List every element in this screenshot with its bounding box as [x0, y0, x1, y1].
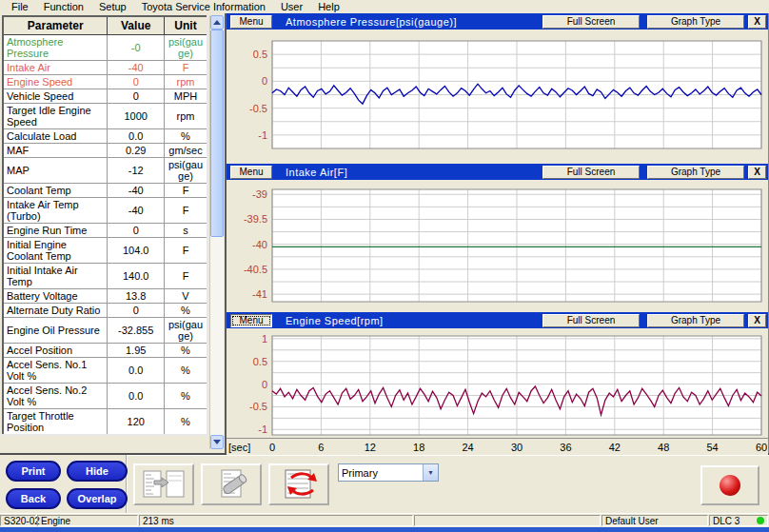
graph-type-button[interactable]: Graph Type — [647, 314, 744, 327]
graph-panel-atmosphere-pressure: Menu Atmosphere Pressure[psi(gauge)] Ful… — [227, 13, 768, 164]
status-bar: S320-02 Engine 213 ms Default User DLC 3 — [0, 513, 769, 527]
graph-type-button[interactable]: Graph Type — [647, 166, 744, 179]
parameter-value: 0.0 — [108, 128, 165, 143]
chevron-down-icon[interactable]: ▼ — [423, 464, 438, 481]
parameter-unit: F — [165, 237, 207, 263]
back-button[interactable]: Back — [6, 488, 61, 509]
scroll-down-button[interactable] — [210, 435, 224, 449]
parameter-value: 120 — [108, 408, 165, 435]
table-row[interactable]: Intake Air-40F — [3, 60, 207, 74]
chevron-down-icon — [213, 440, 221, 444]
time-tick-label: 48 — [652, 442, 675, 453]
parameter-name: Engine Oil Pressure — [3, 317, 108, 343]
column-header-value[interactable]: Value — [108, 16, 165, 34]
parameter-name: Accel Sens. No.2 Volt % — [3, 383, 108, 408]
techstream-window: FileFunctionSetupToyota Service Informat… — [0, 0, 769, 532]
svg-text:1: 1 — [262, 333, 267, 345]
table-row[interactable]: Initial Engine Coolant Temp104.0F — [3, 237, 207, 263]
parameter-value: 0 — [108, 89, 165, 103]
scrollbar-track[interactable] — [210, 30, 224, 435]
scroll-thumb[interactable] — [210, 30, 224, 237]
parameter-name: Atmosphere Pressure — [3, 34, 108, 60]
overlap-button[interactable]: Overlap — [67, 488, 128, 509]
parameter-name: Accel Sens. No.1 Volt % — [3, 357, 108, 383]
table-scrollbar[interactable] — [209, 15, 224, 449]
menu-item-user[interactable]: User — [273, 1, 310, 12]
dual-list-icon — [142, 468, 186, 501]
status-user: Default User — [601, 515, 708, 526]
parameter-unit: F — [165, 197, 207, 223]
swap-order-button[interactable] — [268, 463, 329, 505]
close-button[interactable]: X — [748, 15, 766, 29]
table-row[interactable]: Target Idle Engine Speed1000rpm — [3, 103, 207, 128]
svg-text:-40.5: -40.5 — [244, 264, 267, 275]
svg-text:-0.5: -0.5 — [249, 401, 267, 412]
record-button[interactable] — [700, 465, 759, 505]
parameter-list-select[interactable]: Primary ▼ — [338, 463, 439, 482]
print-button[interactable]: Print — [6, 461, 61, 482]
time-tick-label: 30 — [505, 442, 528, 453]
full-screen-button[interactable]: Full Screen — [542, 15, 640, 29]
full-screen-button[interactable]: Full Screen — [542, 166, 640, 179]
graph-type-button[interactable]: Graph Type — [647, 15, 744, 29]
table-row[interactable]: Engine Oil Pressure-32.855psi(gauge) — [3, 317, 207, 343]
menu-item-setup[interactable]: Setup — [91, 1, 134, 12]
status-sample-rate: 213 ms — [139, 515, 413, 526]
menu-button[interactable]: Menu — [230, 314, 272, 327]
table-row[interactable]: MAF0.29gm/sec — [3, 143, 207, 157]
menu-item-file[interactable]: File — [4, 1, 36, 12]
table-row[interactable]: Intake Air Temp (Turbo)-40F — [3, 197, 207, 223]
snapshot-button[interactable] — [201, 463, 262, 505]
column-header-parameter[interactable]: Parameter — [3, 16, 108, 34]
svg-text:-39.5: -39.5 — [244, 213, 267, 225]
parameter-name: Accel Position — [3, 343, 108, 357]
column-header-unit[interactable]: Unit — [165, 16, 207, 34]
bottom-toolbar: Print Hide Back Overlap — [0, 455, 769, 513]
menu-button[interactable]: Menu — [230, 15, 272, 29]
close-button[interactable]: X — [748, 166, 766, 179]
full-screen-button[interactable]: Full Screen — [542, 314, 640, 327]
graph-pane: Menu Atmosphere Pressure[psi(gauge)] Ful… — [225, 13, 769, 453]
table-row[interactable]: Engine Run Time0s — [3, 223, 207, 237]
list-roller-icon — [212, 468, 250, 501]
menu-item-help[interactable]: Help — [310, 1, 347, 12]
table-row[interactable]: Target Throttle Position120% — [3, 408, 207, 435]
status-connector-label: DLC 3 — [713, 516, 739, 526]
svg-text:0: 0 — [262, 75, 267, 87]
parameter-value: 0 — [108, 74, 165, 89]
hide-button[interactable]: Hide — [67, 461, 128, 482]
menu-button[interactable]: Menu — [230, 166, 272, 179]
parameter-unit: % — [165, 357, 207, 383]
scroll-up-button[interactable] — [210, 15, 224, 30]
list-view-button[interactable] — [133, 463, 194, 505]
parameter-name: MAF — [3, 143, 108, 157]
table-row[interactable]: MAP-12psi(gauge) — [3, 157, 207, 183]
parameter-name: Calculate Load — [3, 128, 108, 143]
parameter-unit: psi(gauge) — [165, 157, 207, 183]
table-row[interactable]: Initial Intake Air Temp140.0F — [3, 263, 207, 288]
parameter-value: 140.0 — [108, 263, 165, 288]
table-row[interactable]: Engine Speed0rpm — [3, 74, 207, 89]
table-row[interactable]: Accel Sens. No.2 Volt %0.0% — [3, 383, 207, 408]
parameter-unit: rpm — [165, 74, 207, 89]
parameter-value: -40 — [108, 60, 165, 74]
svg-text:-39: -39 — [252, 188, 267, 200]
time-tick-label: 60 — [750, 442, 769, 453]
svg-text:0: 0 — [262, 379, 267, 390]
table-row[interactable]: Battery Voltage13.8V — [3, 288, 207, 303]
table-row[interactable]: Coolant Temp-40F — [3, 183, 207, 197]
parameter-name: Intake Air — [3, 60, 108, 74]
close-button[interactable]: X — [748, 314, 766, 327]
table-row[interactable]: Alternate Duty Ratio0% — [3, 303, 207, 317]
table-row[interactable]: Calculate Load0.0% — [3, 128, 207, 143]
table-row[interactable]: Accel Position1.95% — [3, 343, 207, 357]
time-axis-unit: [sec] — [228, 442, 250, 453]
menu-item-function[interactable]: Function — [36, 1, 91, 12]
parameter-value: 0.29 — [108, 143, 165, 157]
menu-item-toyota-service-information[interactable]: Toyota Service Information — [134, 1, 273, 12]
table-row[interactable]: Atmosphere Pressure-0psi(gauge) — [3, 34, 207, 60]
table-row[interactable]: Accel Sens. No.1 Volt %0.0% — [3, 357, 207, 383]
parameter-name: Alternate Duty Ratio — [3, 303, 108, 317]
table-row[interactable]: Vehicle Speed0MPH — [3, 89, 207, 103]
parameter-name: Intake Air Temp (Turbo) — [3, 197, 108, 223]
